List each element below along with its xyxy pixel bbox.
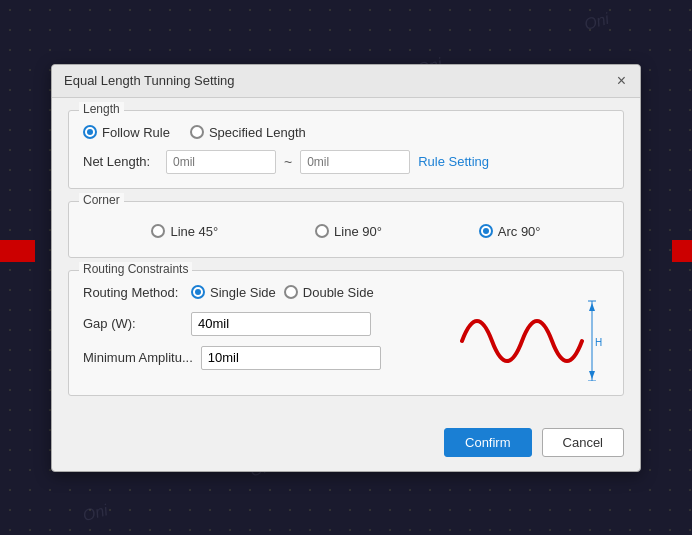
gap-row: Gap (W): <box>83 312 437 336</box>
dialog-title: Equal Length Tunning Setting <box>64 73 235 88</box>
follow-rule-radio[interactable] <box>83 125 97 139</box>
amplitude-input[interactable] <box>201 346 381 370</box>
net-length-input2[interactable] <box>300 150 410 174</box>
dialog-footer: Confirm Cancel <box>52 420 640 471</box>
routing-content: Routing Method: Single Side Double Side … <box>83 281 609 381</box>
net-length-input1[interactable] <box>166 150 276 174</box>
amplitude-row: Minimum Amplitu... <box>83 346 437 370</box>
line45-radio[interactable] <box>151 224 165 238</box>
corner-section-label: Corner <box>79 193 124 207</box>
arc90-option[interactable]: Arc 90° <box>479 224 541 239</box>
corner-section: Corner Line 45° Line 90° Arc 90° <box>68 201 624 258</box>
net-length-label: Net Length: <box>83 154 158 169</box>
dialog-header: Equal Length Tunning Setting × <box>52 65 640 98</box>
amplitude-label: Minimum Amplitu... <box>83 350 193 365</box>
line90-option[interactable]: Line 90° <box>315 224 382 239</box>
arc90-radio[interactable] <box>479 224 493 238</box>
routing-fields: Routing Method: Single Side Double Side … <box>83 281 437 381</box>
arc90-label: Arc 90° <box>498 224 541 239</box>
line45-option[interactable]: Line 45° <box>151 224 218 239</box>
close-button[interactable]: × <box>615 73 628 89</box>
single-side-radio[interactable] <box>191 285 205 299</box>
length-section-label: Length <box>79 102 124 116</box>
length-radio-group: Follow Rule Specified Length <box>83 125 609 140</box>
line45-label: Line 45° <box>170 224 218 239</box>
corner-options: Line 45° Line 90° Arc 90° <box>83 220 609 243</box>
routing-section: Routing Constraints Routing Method: Sing… <box>68 270 624 396</box>
cancel-button[interactable]: Cancel <box>542 428 624 457</box>
specified-length-option[interactable]: Specified Length <box>190 125 306 140</box>
svg-marker-9 <box>589 371 595 379</box>
double-side-option[interactable]: Double Side <box>284 285 374 300</box>
follow-rule-option[interactable]: Follow Rule <box>83 125 170 140</box>
routing-svg: H W <box>452 281 607 381</box>
single-side-option[interactable]: Single Side <box>191 285 276 300</box>
red-bar-left <box>0 240 35 262</box>
line90-label: Line 90° <box>334 224 382 239</box>
line90-radio[interactable] <box>315 224 329 238</box>
svg-marker-8 <box>589 303 595 311</box>
follow-rule-label: Follow Rule <box>102 125 170 140</box>
routing-diagram: H W <box>449 281 609 381</box>
routing-method-label: Routing Method: <box>83 285 183 300</box>
tilde-separator: ~ <box>284 154 292 170</box>
single-side-label: Single Side <box>210 285 276 300</box>
routing-section-label: Routing Constraints <box>79 262 192 276</box>
double-side-label: Double Side <box>303 285 374 300</box>
gap-input[interactable] <box>191 312 371 336</box>
gap-label: Gap (W): <box>83 316 183 331</box>
red-bar-right <box>672 240 692 262</box>
dialog-body: Length Follow Rule Specified Length Net … <box>52 98 640 420</box>
specified-length-label: Specified Length <box>209 125 306 140</box>
length-section: Length Follow Rule Specified Length Net … <box>68 110 624 189</box>
rule-setting-link[interactable]: Rule Setting <box>418 154 489 169</box>
confirm-button[interactable]: Confirm <box>444 428 532 457</box>
routing-method-row: Routing Method: Single Side Double Side <box>83 285 437 300</box>
dialog: Equal Length Tunning Setting × Length Fo… <box>51 64 641 472</box>
specified-length-radio[interactable] <box>190 125 204 139</box>
double-side-radio[interactable] <box>284 285 298 299</box>
svg-text:H: H <box>595 337 602 348</box>
net-length-row: Net Length: ~ Rule Setting <box>83 150 609 174</box>
